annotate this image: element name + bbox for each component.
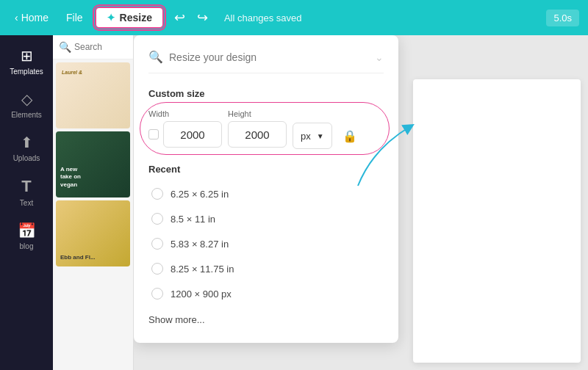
topbar: ‹ Home File ✦ Resize ↩ ↪ All changes sav…: [0, 0, 588, 35]
show-more-button[interactable]: Show more...: [148, 311, 384, 328]
template-list: Laurel & A newtake onvegan Ebb and Fl...: [53, 59, 133, 269]
home-button[interactable]: ‹ Home: [9, 9, 54, 26]
text-icon: T: [21, 177, 31, 196]
width-input[interactable]: [163, 121, 222, 148]
resize-button[interactable]: ✦ Resize: [95, 7, 164, 29]
recent-item-radio-0[interactable]: [151, 188, 163, 200]
undo-button[interactable]: ↩: [170, 8, 190, 27]
search-input[interactable]: [74, 42, 127, 52]
canvas-background: [413, 79, 581, 363]
recent-label: Recent: [148, 164, 384, 175]
recent-item-radio-3[interactable]: [151, 263, 163, 275]
uploads-icon: ⬆: [21, 134, 33, 151]
sidebar-item-text[interactable]: T Text: [0, 171, 53, 213]
recent-item-radio-4[interactable]: [151, 288, 163, 300]
canvas-area: 🔍 ⌄ Custom size Width: [134, 35, 588, 370]
timer-display: 5.0s: [546, 10, 579, 26]
list-item[interactable]: 8.25 × 11.75 in: [148, 257, 384, 280]
redo-button[interactable]: ↪: [193, 8, 212, 27]
content-panel: 🔍 Laurel & A newtake onvegan Ebb and Fl.…: [53, 35, 134, 370]
width-label: Width: [148, 109, 222, 118]
file-menu[interactable]: File: [60, 9, 89, 26]
elements-icon: ◇: [21, 90, 32, 108]
template-thumb-1[interactable]: Laurel &: [56, 62, 130, 128]
sidebar-item-templates-label: Templates: [10, 68, 43, 76]
recent-item-label-1: 8.5 × 11 in: [171, 214, 215, 225]
sidebar-item-uploads-label: Uploads: [13, 154, 40, 162]
height-field: Height: [228, 109, 287, 148]
sidebar-item-elements-label: Elements: [11, 111, 42, 119]
recent-item-label-0: 6.25 × 6.25 in: [171, 189, 229, 200]
sidebar-item-templates[interactable]: ⊞ Templates: [0, 41, 53, 81]
template-thumb-2[interactable]: A newtake onvegan: [56, 131, 130, 197]
width-with-check: [148, 121, 222, 148]
resize-icon: ✦: [107, 12, 115, 23]
height-label: Height: [228, 109, 287, 118]
templates-icon: ⊞: [21, 47, 33, 65]
blog-icon: 📅: [18, 222, 36, 239]
autosave-status: All changes saved: [224, 12, 302, 23]
resize-label: Resize: [120, 12, 152, 23]
sidebar-item-blog[interactable]: 📅 blog: [0, 216, 53, 256]
resize-search-icon: 🔍: [148, 50, 163, 64]
width-checkbox[interactable]: [148, 129, 159, 139]
unit-chevron-icon: ▼: [317, 132, 324, 140]
sidebar-item-elements[interactable]: ◇ Elements: [0, 84, 53, 125]
unit-selector[interactable]: px ▼: [293, 123, 332, 149]
unit-value: px: [301, 131, 311, 142]
custom-size-label: Custom size: [148, 88, 384, 99]
recent-item-label-4: 1200 × 900 px: [171, 289, 232, 300]
undo-redo-group: ↩ ↪: [170, 8, 212, 27]
recent-item-radio-2[interactable]: [151, 238, 163, 250]
height-input[interactable]: [228, 121, 287, 148]
sidebar-item-text-label: Text: [20, 199, 33, 207]
width-field: Width: [148, 109, 222, 148]
search-bar: 🔍: [53, 35, 133, 59]
search-icon: 🔍: [59, 41, 71, 53]
file-label: File: [66, 12, 83, 23]
home-label: Home: [21, 12, 49, 23]
resize-panel: 🔍 ⌄ Custom size Width: [134, 35, 398, 343]
list-item[interactable]: 5.83 × 8.27 in: [148, 232, 384, 255]
size-inputs-row: Width Height px ▼: [148, 108, 384, 149]
template-thumb-3[interactable]: Ebb and Fl...: [56, 200, 130, 266]
lock-ratio-button[interactable]: 🔒: [338, 124, 362, 148]
recent-item-radio-1[interactable]: [151, 213, 163, 225]
recent-item-label-2: 5.83 × 8.27 in: [171, 239, 229, 250]
recent-item-label-3: 8.25 × 11.75 in: [171, 264, 234, 275]
resize-search-input[interactable]: [169, 51, 369, 63]
list-item[interactable]: 1200 × 900 px: [148, 282, 384, 305]
left-sidebar: ⊞ Templates ◇ Elements ⬆ Uploads T Text …: [0, 35, 53, 370]
list-item[interactable]: 6.25 × 6.25 in: [148, 182, 384, 206]
sidebar-item-uploads[interactable]: ⬆ Uploads: [0, 128, 53, 168]
size-inputs-wrapper: Width Height px ▼: [148, 108, 384, 149]
main-area: ⊞ Templates ◇ Elements ⬆ Uploads T Text …: [0, 35, 588, 370]
resize-dropdown-icon: ⌄: [375, 51, 384, 63]
topbar-right: 5.0s: [546, 10, 579, 26]
resize-search-row: 🔍 ⌄: [148, 50, 384, 73]
list-item[interactable]: 8.5 × 11 in: [148, 207, 384, 231]
recent-items-list: 6.25 × 6.25 in 8.5 × 11 in 5.83 × 8.27 i…: [148, 182, 384, 305]
lock-icon: 🔒: [343, 129, 357, 143]
chevron-left-icon: ‹: [15, 12, 18, 23]
sidebar-item-blog-label: blog: [20, 242, 34, 250]
